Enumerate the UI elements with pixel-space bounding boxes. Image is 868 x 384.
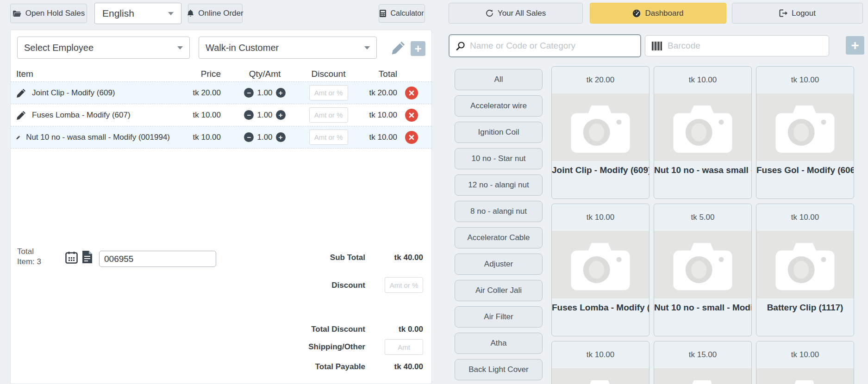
category-button[interactable]: 8 no - alangi nut xyxy=(455,201,543,222)
product-name: Joint Clip - Modify (609) xyxy=(552,164,649,176)
product-card[interactable]: tk 10.00 Battery Clip (1117) xyxy=(756,204,854,336)
qty-increase-button[interactable]: + xyxy=(276,88,286,98)
item-name: Nut 10 no - wasa small - Modify (001994) xyxy=(26,133,170,142)
product-card[interactable]: tk 10.00 Fuses Lomba - Modify (607) xyxy=(551,204,649,336)
row-discount-input[interactable] xyxy=(309,85,348,100)
row-discount-input[interactable] xyxy=(309,107,348,123)
product-image-placeholder xyxy=(552,93,649,161)
row-discount-input[interactable] xyxy=(309,130,348,145)
category-button[interactable]: Ignition Coil xyxy=(455,122,543,143)
close-icon xyxy=(409,90,414,96)
cart-row: Fuses Lomba - Modify (607) tk 10.00 − 1.… xyxy=(11,104,431,126)
open-hold-sales-button[interactable]: Open Hold Sales xyxy=(10,4,87,23)
remove-item-button[interactable] xyxy=(405,131,418,144)
barcode-input[interactable] xyxy=(668,41,822,51)
sale-panel: Select Employee Walk-in Customer + Item … xyxy=(10,30,432,384)
cart-row: Nut 10 no - wasa small - Modify (001994)… xyxy=(11,126,431,149)
qty-decrease-button[interactable]: − xyxy=(244,132,254,142)
add-customer-button[interactable]: + xyxy=(411,41,425,56)
customer-select[interactable]: Walk-in Customer xyxy=(199,37,377,59)
product-price: tk 10.00 xyxy=(654,67,751,93)
header-item: Item xyxy=(16,69,170,79)
discount-input[interactable] xyxy=(385,277,423,293)
total-discount-value: tk 0.00 xyxy=(399,325,423,334)
add-product-button[interactable]: + xyxy=(846,36,864,55)
dashboard-button[interactable]: Dashboard xyxy=(590,3,726,24)
barcode-icon xyxy=(652,42,663,50)
product-price: tk 20.00 xyxy=(552,67,649,93)
product-search-input[interactable] xyxy=(470,41,634,51)
shipping-label: Shipping/Other xyxy=(308,342,365,352)
product-card[interactable]: tk 15.00 xyxy=(654,341,752,384)
category-button[interactable]: Accelerator wire xyxy=(455,95,543,117)
edit-item-pencil-icon[interactable] xyxy=(16,132,20,142)
invoice-number-input[interactable] xyxy=(99,251,216,267)
product-name: Fuses Lomba - Modify (607) xyxy=(552,302,649,314)
product-card[interactable]: tk 5.00 Nut 10 no - small - Modify (0019… xyxy=(654,204,752,336)
edit-item-pencil-icon[interactable] xyxy=(16,88,26,98)
product-card[interactable]: tk 20.00 Joint Clip - Modify (609) xyxy=(551,66,649,199)
language-value: English xyxy=(102,8,134,19)
customer-select-value: Walk-in Customer xyxy=(206,43,279,53)
history-icon xyxy=(486,9,493,17)
bell-icon xyxy=(187,10,194,18)
qty-increase-button[interactable]: + xyxy=(276,132,286,142)
category-button[interactable]: Atha xyxy=(455,333,543,354)
camera-placeholder-icon xyxy=(773,238,837,291)
your-all-sales-button[interactable]: Your All Sales xyxy=(449,3,583,24)
language-select[interactable]: English xyxy=(94,3,181,24)
qty-decrease-button[interactable]: − xyxy=(244,88,254,98)
qty-value: 1.00 xyxy=(257,133,272,142)
qty-decrease-button[interactable]: − xyxy=(244,110,254,120)
folder-open-icon xyxy=(12,10,21,17)
qty-increase-button[interactable]: + xyxy=(276,110,286,120)
calendar-icon[interactable] xyxy=(65,251,78,264)
total-payable-value: tk 40.00 xyxy=(394,362,423,372)
category-button[interactable]: Back Light Cover xyxy=(455,359,543,380)
product-price: tk 10.00 xyxy=(756,67,854,93)
product-name: Battery Clip (1117) xyxy=(756,302,854,314)
product-card[interactable]: tk 10.00 xyxy=(551,341,649,384)
discount-label: Discount xyxy=(331,281,365,290)
product-card[interactable]: tk 10.00 Nut 10 no - wasa small - Modify… xyxy=(654,66,752,199)
dashboard-gauge-icon xyxy=(632,9,641,18)
remove-item-button[interactable] xyxy=(405,87,418,99)
employee-select[interactable]: Select Employee xyxy=(17,37,190,59)
total-discount-label: Total Discount xyxy=(311,325,365,334)
category-button[interactable]: 12 no - alangi nut xyxy=(455,174,543,196)
category-button[interactable]: Adjuster xyxy=(455,254,543,275)
edit-item-pencil-icon[interactable] xyxy=(16,110,26,120)
open-hold-sales-label: Open Hold Sales xyxy=(25,9,85,18)
product-search-box xyxy=(449,34,641,57)
employee-select-value: Select Employee xyxy=(24,43,94,53)
category-button[interactable]: All xyxy=(455,69,543,90)
item-name: Joint Clip - Modify (609) xyxy=(32,88,115,98)
product-price: tk 15.00 xyxy=(654,341,751,368)
camera-placeholder-icon xyxy=(670,238,735,291)
product-image-placeholder xyxy=(552,368,649,384)
category-button[interactable]: Air Filter xyxy=(455,306,543,328)
cart-row: Joint Clip - Modify (609) tk 20.00 − 1.0… xyxy=(11,82,431,104)
chevron-down-icon xyxy=(177,46,183,50)
logout-button[interactable]: Logout xyxy=(732,3,863,24)
remove-item-button[interactable] xyxy=(405,109,418,122)
product-image-placeholder xyxy=(756,93,854,161)
camera-placeholder-icon xyxy=(773,100,837,154)
shipping-input[interactable] xyxy=(385,339,423,355)
product-card[interactable]: tk 10.00 Fuses Gol - Modify (606) xyxy=(756,66,854,199)
online-order-button[interactable]: Online Order xyxy=(188,4,243,23)
category-button[interactable]: Air Coller Jali xyxy=(455,280,543,301)
category-button[interactable]: 10 no - Star nut xyxy=(455,148,543,169)
header-price: Price xyxy=(170,69,221,79)
chevron-down-icon xyxy=(168,12,174,15)
close-icon xyxy=(409,135,414,140)
header-qty: Qty/Amt xyxy=(230,69,300,79)
product-card[interactable]: tk 10.00 xyxy=(756,341,854,384)
product-price: tk 10.00 xyxy=(552,341,649,368)
calculator-button[interactable]: Calculator xyxy=(379,4,425,23)
camera-placeholder-icon xyxy=(568,100,633,154)
search-icon xyxy=(456,41,465,50)
document-icon[interactable] xyxy=(82,250,93,264)
edit-customer-pencil-icon[interactable] xyxy=(391,40,406,55)
category-button[interactable]: Accelerator Cable xyxy=(455,227,543,248)
